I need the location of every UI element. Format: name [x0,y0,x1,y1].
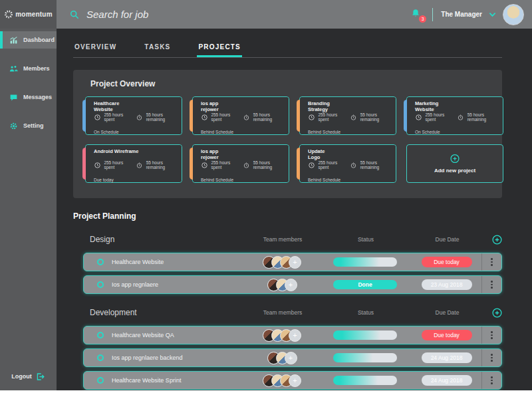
project-card-title: Healthcare Website [94,100,176,111]
add-task-button[interactable] [482,235,502,245]
add-project-card[interactable]: Add new project [406,144,503,183]
project-status: On Schedule [415,130,497,134]
row-menu-button[interactable] [481,327,501,344]
project-card-title: Update Logo [308,148,390,159]
tab-overview[interactable]: OVERVIEW [73,43,118,57]
add-task-button[interactable] [482,308,502,318]
project-card-title: Android Wireframe [94,148,176,159]
add-member-button[interactable]: + [289,256,301,269]
clock-icon [308,112,315,122]
logout-icon [36,372,45,381]
hours-remaining: 55 hours remaining [146,112,176,122]
team-members: + [245,256,319,269]
task-name: Healthcare Website QA [112,332,174,338]
row-menu-button[interactable] [481,276,501,293]
column-team-members: Team members [246,309,319,316]
hours-remaining: 55 hours remaining [467,112,497,122]
clock-icon [201,160,208,170]
sidebar-item-members[interactable]: Members [0,60,57,77]
members-icon [9,64,18,73]
add-member-button[interactable]: + [285,352,297,364]
hours-remaining: 55 hours remaining [253,160,283,170]
column-due-date: Due Date [412,236,482,243]
hours-remaining: 55 hours remaining [146,160,176,170]
chevron-down-icon[interactable] [489,12,496,17]
project-overview-panel: Project Overview Healthcare Website 255 … [73,70,502,198]
brand-logo[interactable]: momentum [0,0,57,29]
plus-circle-icon [450,154,460,164]
column-due-date: Due Date [412,309,482,316]
add-member-button[interactable]: + [285,279,297,291]
task-row[interactable]: Ios app regnlaere + Done 23 Aug 2018 [83,275,502,294]
hours-remaining: 55 hours remaining [253,112,283,122]
sidebar-item-dashboard[interactable]: Dashboard [0,31,57,49]
brand-name: momentum [15,11,53,18]
status-pill [333,257,397,267]
project-card-title: ios app rejower [201,100,283,111]
project-card[interactable]: Branding Strategy 255 hours spent 55 hou… [299,96,396,135]
project-card-title: Marketing Website [415,100,497,111]
topbar-divider [432,8,433,21]
project-cards-grid: Healthcare Website 255 hours spent 55 ho… [85,96,502,183]
spiral-icon [4,10,13,19]
dashboard-icon [9,35,18,45]
user-name[interactable]: The Manager [441,11,482,18]
project-card-title: ios app rejower [201,148,283,159]
team-members: + [245,352,319,364]
task-name: Healthcare Website Sprint [112,377,181,384]
project-card[interactable]: Healthcare Website 255 hours spent 55 ho… [85,96,182,135]
sidebar-item-setting[interactable]: Setting [0,117,57,134]
stopwatch-icon [350,112,357,122]
task-row[interactable]: Ios app regnlaere backend + 24 Aug 2018 [83,348,502,367]
task-ring-icon[interactable] [97,332,104,338]
project-status: Due today [94,178,176,182]
team-members: + [245,374,319,387]
due-date-pill: Due today [422,330,472,340]
task-ring-icon[interactable] [97,259,104,265]
due-date-pill: Due today [422,257,472,267]
sidebar: momentum Dashboard Members Messages Sett… [0,0,57,390]
tab-tasks[interactable]: TASKS [143,43,172,57]
task-ring-icon[interactable] [97,354,104,361]
user-avatar[interactable] [503,4,524,25]
project-card[interactable]: ios app rejower 255 hours spent 55 hours… [192,96,289,135]
project-card[interactable]: Marketing Website 255 hours spent 55 hou… [406,96,503,135]
status-pill [333,331,397,340]
clock-icon [201,112,208,122]
task-ring-icon[interactable] [97,281,104,288]
search-icon [70,10,79,19]
project-card[interactable]: ios app rejower 255 hours spent 55 hours… [192,144,289,183]
add-member-button[interactable]: + [289,374,301,387]
status-pill: Done [333,280,397,289]
group-name: Development [83,308,246,317]
task-row[interactable]: Healthcare Website Sprint + 24 Aug 2018 [83,371,502,390]
task-row[interactable]: Healthcare Website + Due today [83,253,502,271]
row-menu-button[interactable] [481,372,501,389]
add-project-label: Add new project [434,168,475,174]
kebab-icon [491,281,493,289]
tab-projects[interactable]: PROJECTS [197,43,242,57]
settings-icon [9,121,18,130]
task-row[interactable]: Healthcare Website QA + Due today [83,326,502,344]
add-member-button[interactable]: + [289,329,301,342]
planning-group-development: Development Team members Status Due Date… [83,303,502,390]
row-menu-button[interactable] [481,253,501,271]
sidebar-nav: Dashboard Members Messages Setting [0,31,57,134]
project-card[interactable]: Android Wireframe 255 hours spent 55 hou… [85,144,182,183]
logout-button[interactable]: Logout [0,372,57,381]
planning-group-design: Design Team members Status Due Date Heal… [83,230,502,294]
hours-spent: 255 hours spent [104,112,129,122]
column-status: Status [319,236,412,243]
kebab-icon [491,258,493,266]
planning-title: Project Planning [73,211,532,221]
notifications-button[interactable]: 3 [411,9,423,21]
project-card[interactable]: Update Logo 255 hours spent 55 hours rem… [299,144,396,183]
project-status: Behind Schedule [308,130,390,134]
logout-label: Logout [11,373,32,380]
project-card-title: Branding Strategy [308,100,390,111]
task-ring-icon[interactable] [97,377,104,384]
row-menu-button[interactable] [481,349,501,366]
sidebar-item-messages[interactable]: Messages [0,88,57,106]
stopwatch-icon [350,160,357,170]
search-input[interactable] [85,8,234,21]
